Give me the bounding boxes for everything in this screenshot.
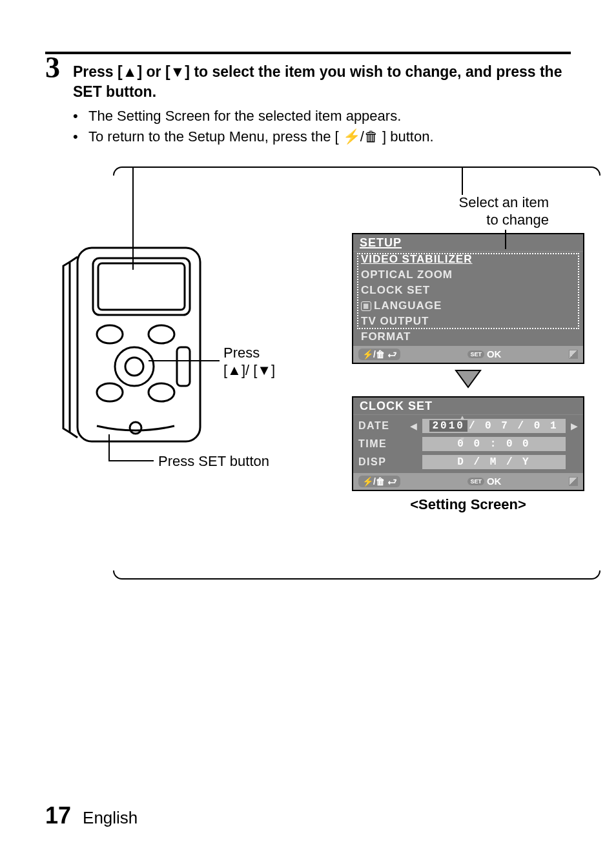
- svg-rect-9: [177, 347, 190, 386]
- step-bullets: •The Setting Screen for the selected ite…: [73, 106, 571, 147]
- svg-rect-2: [98, 263, 185, 310]
- disp-value: D / M / Y: [422, 455, 566, 469]
- date-label: DATE: [358, 420, 410, 432]
- left-arrow-icon: ◀: [410, 421, 417, 431]
- clock-set-screen: CLOCK SET ▲ DATE ◀ 2010/ 0 7 / 0 1 ▶ ▼ T…: [352, 396, 584, 491]
- svg-point-8: [149, 383, 174, 401]
- time-value: 0 0 : 0 0: [422, 437, 566, 451]
- callout-press-arrows: Press [▲]/ [▼]: [223, 344, 275, 379]
- svg-rect-1: [93, 258, 190, 315]
- callout-select-item: Select an item to change: [336, 194, 601, 229]
- bullet-2: To return to the Setup Menu, press the […: [88, 126, 434, 147]
- page-language: English: [83, 808, 138, 828]
- setting-screen-caption: <Setting Screen>: [336, 496, 601, 513]
- corner-icon-2: [569, 477, 578, 486]
- menu-item-language: ≣LANGUAGE: [353, 298, 583, 314]
- svg-point-4: [125, 358, 143, 376]
- diagram: Press [▲]/ [▼] Press SET button Select a…: [45, 167, 571, 592]
- bullet-1: The Setting Screen for the selected item…: [88, 106, 401, 126]
- corner-icon: [569, 350, 578, 359]
- camera-illustration: [58, 244, 213, 463]
- right-arrow-icon: ▶: [571, 421, 578, 431]
- callout-press-set: Press SET button: [158, 452, 269, 470]
- disp-label: DISP: [358, 456, 410, 468]
- svg-point-7: [97, 383, 123, 401]
- svg-point-5: [97, 325, 123, 343]
- step-number: 3: [45, 53, 60, 83]
- date-value: 2010/ 0 7 / 0 1: [422, 419, 566, 433]
- menu-item-video-stabilizer: VIDEO STABILIZER: [353, 252, 583, 267]
- set-ok: SETOK: [467, 348, 501, 359]
- menu-item-clock-set: CLOCK SET: [353, 283, 583, 298]
- page-footer: 17 English: [45, 802, 138, 829]
- down-triangle-icon: ▼: [170, 63, 185, 80]
- page-number: 17: [45, 802, 71, 829]
- menu-item-format: FORMAT: [353, 329, 583, 345]
- svg-point-6: [149, 325, 174, 343]
- back-icon: ⚡/🗑 ⮐: [358, 348, 400, 360]
- setup-title: SETUP: [353, 234, 583, 252]
- menu-item-tv-output: TV OUTPUT: [353, 314, 583, 329]
- svg-marker-11: [456, 370, 480, 387]
- time-label: TIME: [358, 438, 410, 450]
- down-arrow-icon: [336, 368, 601, 392]
- svg-point-10: [130, 422, 141, 434]
- step-title: Press [▲] or [▼] to select the item you …: [73, 62, 571, 102]
- svg-point-3: [115, 347, 154, 386]
- language-icon: ≣: [361, 301, 371, 311]
- clockset-title: CLOCK SET: [353, 398, 583, 415]
- step-3: 3 Press [▲] or [▼] to select the item yo…: [45, 56, 571, 147]
- up-triangle-icon: ▲: [123, 63, 138, 80]
- menu-item-optical-zoom: OPTICAL ZOOM: [353, 267, 583, 283]
- set-ok-2: SETOK: [467, 476, 501, 487]
- svg-rect-0: [77, 248, 200, 441]
- back-icon-2: ⚡/🗑 ⮐: [358, 476, 400, 487]
- setup-menu-screen: SETUP VIDEO STABILIZER OPTICAL ZOOM CLOC…: [352, 233, 584, 364]
